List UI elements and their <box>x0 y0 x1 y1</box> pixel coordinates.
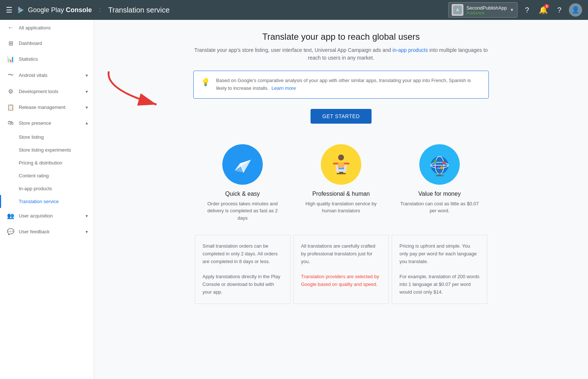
sidebar-item-statistics[interactable]: 📊 Statistics <box>0 51 94 67</box>
sidebar-user-acq-label: User acquisition <box>19 213 81 219</box>
sidebar-item-content-rating[interactable]: Content rating <box>0 169 94 182</box>
sidebar-item-back[interactable]: ← All applications <box>0 20 94 35</box>
professional-icon <box>321 144 361 185</box>
notifications-icon[interactable]: 🔔 3 <box>537 3 550 17</box>
user-avatar[interactable]: 👤 <box>569 3 582 17</box>
paper-plane-svg <box>231 152 255 176</box>
dev-tools-icon: ⚙ <box>7 88 14 95</box>
page-main-title: Translate your app to reach global users <box>193 32 489 42</box>
sidebar-item-translation-service[interactable]: Translation service <box>0 195 94 208</box>
sidebar-dashboard-label: Dashboard <box>19 40 88 46</box>
detail-card-value: Pricing is upfront and simple. You only … <box>392 235 487 304</box>
sidebar-item-pricing-distribution[interactable]: Pricing & distribution <box>0 156 94 169</box>
svg-text:A: A <box>456 8 459 12</box>
sidebar-item-android-vitals[interactable]: 〜 Android vitals ▾ <box>0 67 94 84</box>
store-icon: 🛍 <box>7 120 14 126</box>
page-subtitle: Translate your app's store listing, user… <box>193 46 489 62</box>
sidebar-release-label: Release management <box>19 105 81 110</box>
sidebar-item-dashboard[interactable]: ⊞ Dashboard <box>0 35 94 51</box>
sidebar-user-feedback-label: User feedback <box>19 229 81 234</box>
chevron-down-icon: ▾ <box>86 105 88 110</box>
sidebar-back-label: All applications <box>19 25 88 31</box>
google-play-logo <box>17 6 25 14</box>
sidebar-item-user-acquisition[interactable]: 👥 User acquisition ▾ <box>0 208 94 224</box>
detail-quick-easy-text2: Apply translations directly in the Play … <box>202 273 283 296</box>
store-listing-label: Store listing <box>19 134 44 140</box>
help-icon[interactable]: ? <box>553 3 566 17</box>
back-arrow-icon: ← <box>7 24 14 31</box>
main-content: Translate your app to reach global users… <box>94 20 588 379</box>
top-nav: ☰ Google Play Console : Translation serv… <box>0 0 588 20</box>
translation-service-label: Translation service <box>19 199 59 204</box>
in-app-products-link[interactable]: in-app products <box>392 47 428 53</box>
professional-human-desc: High quality translation service by huma… <box>301 200 381 215</box>
globe-icon <box>419 144 460 185</box>
chevron-down-icon: ▼ <box>510 7 514 13</box>
page-header: Translate your app to reach global users… <box>193 32 489 62</box>
dashboard-icon: ⊞ <box>7 40 14 47</box>
app-name: SecondPublishApp <box>466 5 507 11</box>
feature-value-money: Value for money Translation can cost as … <box>390 138 489 228</box>
hamburger-menu[interactable]: ☰ <box>6 6 12 14</box>
detail-quick-easy-text1: Small translation orders can be complete… <box>202 242 283 265</box>
sidebar: ← All applications ⊞ Dashboard 📊 Statist… <box>0 20 94 379</box>
get-started-button[interactable]: GET STARTED <box>311 109 372 124</box>
store-listing-exp-label: Store listing experiments <box>19 147 71 153</box>
svg-point-26 <box>435 166 438 168</box>
svg-point-10 <box>338 155 344 160</box>
red-arrow-annotation <box>98 68 179 112</box>
detail-card-professional: All translations are carefully crafted b… <box>293 235 389 304</box>
feature-quick-easy: Quick & easy Order process takes minutes… <box>193 138 292 228</box>
svg-point-23 <box>434 160 437 163</box>
learn-more-link[interactable]: Learn more <box>272 85 296 91</box>
translation-service-page: Translate your app to reach global users… <box>176 20 506 317</box>
lightbulb-icon: 💡 <box>201 78 210 86</box>
detail-professional-text2: Translation providers are selected by Go… <box>301 273 381 288</box>
chevron-down-icon: ▾ <box>86 213 88 219</box>
value-money-title: Value for money <box>418 191 460 197</box>
help-circle-icon[interactable]: ? <box>520 3 534 17</box>
value-money-desc: Translation can cost as little as $0.07 … <box>399 200 480 215</box>
svg-point-25 <box>440 166 443 169</box>
release-icon: 📋 <box>7 104 14 111</box>
sidebar-statistics-label: Statistics <box>19 56 88 62</box>
chevron-up-icon: ▴ <box>86 120 88 125</box>
chevron-down-icon: ▾ <box>86 229 88 234</box>
detail-professional-text1: All translations are carefully crafted b… <box>301 242 381 265</box>
user-feedback-icon: 💬 <box>7 228 14 235</box>
svg-point-16 <box>337 162 345 168</box>
detail-card-quick-easy: Small translation orders can be complete… <box>195 235 290 304</box>
info-recommendation-box: 💡 Based on Google's comparative analysis… <box>193 71 489 99</box>
svg-point-24 <box>442 161 445 164</box>
quick-easy-icon <box>222 144 263 185</box>
app-selector[interactable]: A SecondPublishApp Published ▼ <box>448 2 517 18</box>
details-grid: Small translation orders can be complete… <box>193 233 489 305</box>
quick-easy-desc: Order process takes minutes and delivery… <box>202 200 283 222</box>
pricing-label: Pricing & distribution <box>19 160 62 166</box>
feature-professional-human: Professional & human High quality transl… <box>292 138 390 228</box>
info-text: Based on Google's comparative analysis o… <box>216 78 471 91</box>
svg-rect-22 <box>436 175 444 176</box>
info-box-content: Based on Google's comparative analysis o… <box>216 77 481 92</box>
sidebar-item-release-mgmt[interactable]: 📋 Release management ▾ <box>0 99 94 115</box>
sidebar-item-user-feedback[interactable]: 💬 User feedback ▾ <box>0 224 94 240</box>
sidebar-item-store-listing[interactable]: Store listing <box>0 131 94 144</box>
app-icon: A <box>452 4 463 16</box>
notification-badge: 3 <box>544 4 549 8</box>
professional-human-title: Professional & human <box>312 191 370 197</box>
sidebar-item-store-presence[interactable]: 🛍 Store presence ▴ <box>0 115 94 131</box>
page-breadcrumb-title: Translation service <box>108 6 170 14</box>
app-published-status: Published <box>466 11 507 15</box>
statistics-icon: 📊 <box>7 56 14 63</box>
brand-name: Google Play Console <box>28 6 92 14</box>
sidebar-item-store-listing-experiments[interactable]: Store listing experiments <box>0 144 94 156</box>
sidebar-vitals-label: Android vitals <box>19 72 81 78</box>
globe-svg <box>428 152 452 176</box>
vitals-icon: 〜 <box>7 71 14 79</box>
sidebar-devtools-label: Development tools <box>19 89 81 94</box>
chevron-down-icon: ▾ <box>86 89 88 94</box>
sidebar-item-in-app-products[interactable]: In-app products <box>0 182 94 195</box>
sidebar-item-dev-tools[interactable]: ⚙ Development tools ▾ <box>0 84 94 99</box>
content-rating-label: Content rating <box>19 173 49 178</box>
sidebar-store-label: Store presence <box>19 120 81 126</box>
